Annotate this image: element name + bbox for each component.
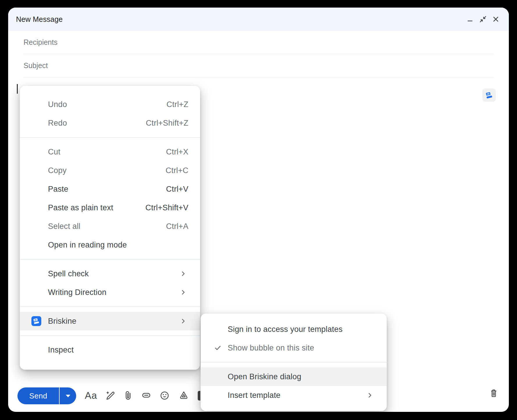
menu-item-label: Writing Direction bbox=[48, 288, 106, 297]
menu-item-cut[interactable]: Cut Ctrl+X bbox=[20, 143, 200, 161]
menu-item-label: Copy bbox=[48, 166, 67, 175]
formatting-options-button[interactable]: Aa bbox=[84, 389, 98, 403]
send-split-button: Send bbox=[17, 387, 76, 404]
menu-item-shortcut: Ctrl+V bbox=[166, 185, 188, 194]
exit-fullscreen-icon bbox=[479, 15, 487, 23]
exit-fullscreen-button[interactable] bbox=[479, 15, 487, 24]
close-icon bbox=[492, 15, 500, 23]
recipients-placeholder: Recipients bbox=[24, 38, 58, 47]
recipients-field[interactable]: Recipients bbox=[23, 31, 494, 54]
drive-icon bbox=[178, 390, 190, 401]
emoji-icon bbox=[159, 390, 170, 401]
menu-item-spell-check[interactable]: Spell check bbox=[20, 264, 200, 283]
briskine-bubble-button[interactable] bbox=[482, 88, 496, 102]
menu-item-label: Sign in to access your templates bbox=[228, 325, 343, 334]
paperclip-icon bbox=[122, 390, 134, 401]
insert-photo-icon[interactable] bbox=[198, 391, 200, 401]
chevron-right-icon bbox=[180, 271, 186, 277]
menu-item-sign-in-to-access-your-templates[interactable]: Sign in to access your templates bbox=[201, 320, 387, 339]
menu-item-redo[interactable]: Redo Ctrl+Shift+Z bbox=[20, 114, 200, 132]
menu-item-label: Undo bbox=[48, 100, 67, 109]
menu-item-shortcut: Ctrl+C bbox=[166, 166, 188, 175]
subject-placeholder: Subject bbox=[24, 61, 48, 70]
menu-item-label: Open in reading mode bbox=[48, 241, 127, 250]
menu-item-paste-as-plain-text[interactable]: Paste as plain text Ctrl+Shift+V bbox=[20, 198, 200, 217]
menu-item-label: Briskine bbox=[48, 317, 76, 326]
dropdown-arrow-icon bbox=[66, 395, 70, 397]
window-title: New Message bbox=[16, 15, 63, 24]
briskine-menu-icon bbox=[31, 316, 41, 326]
menu-separator bbox=[20, 259, 200, 259]
compose-titlebar: New Message bbox=[8, 8, 509, 31]
insert-from-drive-button[interactable] bbox=[177, 389, 191, 403]
screen: New Message bbox=[0, 0, 517, 420]
window-controls bbox=[466, 15, 500, 24]
menu-item-label: Paste bbox=[48, 185, 68, 194]
menu-item-copy[interactable]: Copy Ctrl+C bbox=[20, 161, 200, 180]
menu-item-inspect[interactable]: Inspect bbox=[20, 341, 200, 359]
insert-link-button[interactable] bbox=[139, 389, 153, 403]
context-menu: Undo Ctrl+Z Redo Ctrl+Shift+Z Cut Ctrl+X… bbox=[20, 86, 200, 370]
discard-draft-button[interactable] bbox=[487, 387, 501, 401]
menu-separator bbox=[20, 307, 200, 307]
menu-item-label: Paste as plain text bbox=[48, 203, 113, 212]
compose-window: New Message bbox=[8, 8, 509, 412]
text-caret bbox=[17, 84, 18, 94]
menu-item-label: Select all bbox=[48, 222, 81, 231]
briskine-logo-icon bbox=[484, 90, 494, 100]
menu-item-insert-template[interactable]: Insert template bbox=[201, 386, 387, 405]
menu-item-shortcut: Ctrl+Shift+Z bbox=[146, 119, 188, 128]
chevron-right-icon bbox=[367, 392, 373, 398]
menu-item-shortcut: Ctrl+Z bbox=[167, 100, 188, 109]
pen-sparkle-icon bbox=[104, 390, 116, 401]
menu-item-label: Open Briskine dialog bbox=[228, 372, 301, 381]
menu-item-shortcut: Ctrl+X bbox=[166, 147, 188, 156]
menu-separator bbox=[201, 362, 387, 362]
menu-item-label: Cut bbox=[48, 147, 60, 156]
menu-item-label: Redo bbox=[48, 119, 67, 128]
menu-item-select-all[interactable]: Select all Ctrl+A bbox=[20, 217, 200, 236]
briskine-submenu: Sign in to access your templates Show bu… bbox=[201, 314, 387, 411]
menu-item-show-bubble-on-this-site[interactable]: Show bubble on this site bbox=[201, 339, 387, 357]
send-button[interactable]: Send bbox=[17, 387, 59, 404]
menu-item-label: Show bubble on this site bbox=[228, 344, 314, 353]
menu-item-open-in-reading-mode[interactable]: Open in reading mode bbox=[20, 236, 200, 254]
menu-item-label: Insert template bbox=[228, 391, 281, 400]
menu-separator bbox=[20, 335, 200, 336]
chevron-right-icon bbox=[180, 318, 186, 324]
close-button[interactable] bbox=[491, 15, 500, 24]
menu-separator bbox=[20, 137, 200, 138]
minimize-icon bbox=[466, 15, 474, 23]
minimize-button[interactable] bbox=[466, 15, 475, 24]
menu-item-briskine[interactable]: Briskine bbox=[20, 312, 200, 330]
checkmark-icon bbox=[214, 344, 222, 352]
trash-icon bbox=[488, 388, 500, 399]
formatting-aa-icon: Aa bbox=[85, 390, 97, 401]
menu-item-label: Spell check bbox=[48, 269, 89, 278]
menu-item-paste[interactable]: Paste Ctrl+V bbox=[20, 180, 200, 198]
menu-item-shortcut: Ctrl+Shift+V bbox=[145, 203, 188, 212]
help-me-write-button[interactable] bbox=[103, 389, 117, 403]
menu-item-open-briskine-dialog[interactable]: Open Briskine dialog bbox=[201, 367, 387, 386]
chevron-right-icon bbox=[180, 289, 186, 295]
menu-item-shortcut: Ctrl+A bbox=[166, 222, 188, 231]
link-icon bbox=[140, 390, 152, 401]
subject-field[interactable]: Subject bbox=[23, 54, 494, 77]
send-options-button[interactable] bbox=[59, 387, 76, 404]
insert-emoji-button[interactable] bbox=[158, 389, 172, 403]
menu-item-undo[interactable]: Undo Ctrl+Z bbox=[20, 95, 200, 114]
menu-item-label: Inspect bbox=[48, 346, 74, 355]
attach-file-button[interactable] bbox=[121, 389, 135, 403]
menu-item-writing-direction[interactable]: Writing Direction bbox=[20, 283, 200, 302]
